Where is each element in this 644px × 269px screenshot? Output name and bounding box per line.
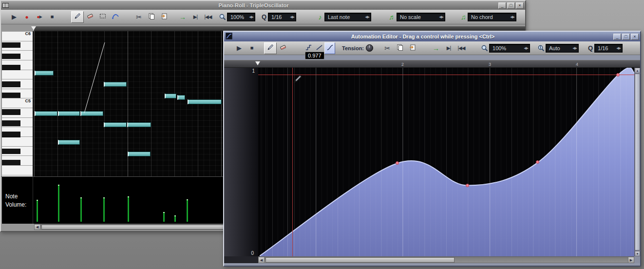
detune-icon (112, 12, 119, 21)
piano-roll-title: Piano-Roll - TripleOscillator (11, 2, 496, 8)
piano-roll-titlebar[interactable]: Piano-Roll - TripleOscillator _ □ × (1, 1, 525, 10)
copy-button[interactable] (394, 42, 406, 54)
y-axis-min-label: 0 (251, 250, 254, 256)
close-button[interactable]: × (631, 34, 639, 40)
velocity-bar[interactable] (103, 197, 105, 222)
erase-mode-button[interactable] (84, 11, 96, 23)
zoom-icon (218, 13, 227, 21)
skip-back-icon: |◀◀ (458, 46, 465, 51)
quantize-combo[interactable]: 1/16 ◀▶ (594, 44, 623, 53)
pencil-icon (74, 12, 81, 21)
velocity-bar[interactable] (58, 185, 59, 222)
green-arrow-button[interactable]: → (430, 42, 442, 54)
automation-control-point[interactable] (396, 161, 399, 165)
maximize-button[interactable]: □ (622, 34, 630, 40)
quantize-combo[interactable]: 1/16 ◀▶ (268, 13, 296, 21)
stop-button[interactable]: ■ (46, 11, 58, 23)
chord-combo[interactable]: No chord ◀▶ (468, 13, 516, 21)
velocity-bar[interactable] (174, 215, 176, 222)
maximize-button[interactable]: □ (507, 2, 515, 9)
automation-editor-hscrollbar[interactable]: ◀ ▶ (258, 256, 634, 263)
tension-knob[interactable] (366, 44, 373, 52)
eraser-icon (279, 43, 287, 53)
green-arrow-icon: → (433, 45, 439, 52)
piano-keyboard[interactable]: C6 C5 (2, 31, 33, 176)
skip-back-icon: |◀◀ (205, 15, 212, 19)
zoom-x-combo[interactable]: 100% ◀▶ (489, 44, 530, 53)
zoom-combo[interactable]: 100% ◀▶ (227, 13, 255, 21)
cut-button[interactable]: ✂ (133, 11, 145, 23)
stop-button[interactable]: ■ (246, 42, 258, 54)
record-accompany-button[interactable]: ●▶ (33, 11, 46, 23)
draw-mode-button[interactable] (71, 11, 84, 23)
paste-icon (160, 12, 168, 21)
skip-forward-button[interactable]: ▶| (442, 42, 455, 54)
zoom-y-combo[interactable]: Auto ◀▶ (546, 44, 579, 53)
record-icon: ● (25, 14, 28, 20)
select-mode-button[interactable] (96, 11, 109, 23)
automation-editor-toolbar: ▶ ■ Tension: ✂ (224, 41, 640, 55)
timeline-bar-label: 2 (401, 62, 404, 67)
automation-graph[interactable] (258, 68, 634, 256)
automation-editor-title: Automation Editor - Drag a control while… (234, 34, 611, 39)
quantize-icon: Q (587, 44, 594, 52)
scroll-down-button[interactable]: ▼ (635, 251, 640, 256)
cut-button[interactable]: ✂ (381, 42, 394, 54)
scrollbar-handle[interactable] (265, 257, 455, 263)
automation-control-point[interactable] (616, 73, 620, 77)
scrollbar-handle[interactable] (41, 225, 241, 230)
play-button[interactable]: ▶ (233, 42, 246, 54)
tension-label: Tension: (342, 45, 364, 51)
close-button[interactable]: × (516, 2, 524, 9)
scroll-left-button[interactable]: ◀ (34, 224, 40, 230)
velocity-bar[interactable] (187, 199, 188, 222)
play-button[interactable]: ▶ (8, 11, 20, 23)
scroll-left-button[interactable]: ◀ (258, 257, 265, 263)
combo-arrows-icon: ◀▶ (439, 15, 443, 19)
green-arrow-button[interactable]: → (176, 11, 189, 23)
velocity-bar[interactable] (37, 200, 38, 222)
draw-mode-button[interactable] (264, 42, 277, 54)
scroll-up-button[interactable]: ▲ (635, 68, 640, 73)
scrollbar-handle[interactable] (635, 74, 640, 250)
scrollbar-track[interactable] (635, 73, 640, 251)
automation-editor-vscrollbar[interactable]: ▲ ▼ (634, 68, 640, 256)
y-axis-max-label: 1 (252, 68, 255, 74)
quantize-icon: Q (260, 13, 268, 20)
scrollbar-track[interactable] (265, 257, 628, 263)
automation-editor-timeline[interactable]: 234 (224, 60, 640, 68)
automation-curve (258, 68, 634, 256)
paste-button[interactable] (406, 42, 419, 54)
note-length-combo[interactable]: Last note ◀▶ (324, 13, 371, 21)
velocity-bar[interactable] (80, 197, 82, 222)
key-label-c6: C6 (25, 31, 31, 36)
automation-editor-titlebar[interactable]: Automation Editor - Drag a control while… (224, 32, 640, 41)
max-value-line (258, 75, 634, 75)
skip-back-button[interactable]: |◀◀ (202, 11, 214, 23)
velocity-bar[interactable] (163, 212, 165, 222)
copy-button[interactable] (145, 11, 158, 23)
skip-back-button[interactable]: |◀◀ (455, 42, 468, 54)
scissors-icon: ✂ (384, 45, 390, 52)
record-button[interactable]: ● (20, 11, 33, 23)
detune-mode-button[interactable] (109, 11, 122, 23)
paste-button[interactable] (158, 11, 170, 23)
combo-arrows-icon: ◀▶ (365, 15, 369, 19)
cubic-hermite-progression-button[interactable] (324, 42, 335, 54)
automation-control-point[interactable] (466, 184, 469, 187)
skip-forward-button[interactable]: ▶| (189, 11, 202, 23)
zoom-x-value: 100% (492, 45, 522, 51)
automation-control-point[interactable] (536, 160, 539, 164)
velocity-bar[interactable] (128, 196, 129, 222)
scale-combo[interactable]: No scale ◀▶ (397, 13, 445, 21)
minimize-button[interactable]: _ (498, 2, 506, 9)
scale-icon: ♬ (388, 14, 397, 20)
combo-arrows-icon: ◀▶ (524, 46, 528, 50)
key-label-c5: C5 (25, 98, 31, 103)
scroll-right-button[interactable]: ▶ (628, 257, 634, 263)
minimize-button[interactable]: _ (613, 34, 621, 40)
play-icon: ▶ (237, 45, 242, 51)
chord-icon: ♫ (459, 14, 468, 20)
eraser-icon (86, 12, 94, 21)
erase-mode-button[interactable] (277, 42, 289, 54)
